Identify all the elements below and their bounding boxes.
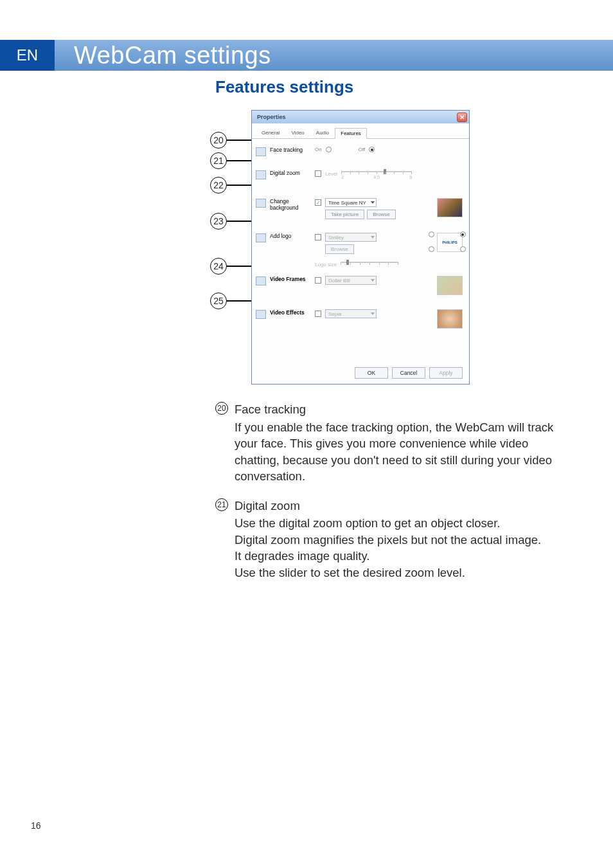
bg-preview-image (437, 198, 463, 217)
video-frames-label: Video Frames (270, 276, 315, 282)
off-label: Off (359, 147, 366, 152)
zoom-icon (256, 170, 266, 179)
ok-button[interactable]: OK (355, 367, 388, 379)
add-logo-label: Add logo (270, 233, 315, 239)
logo-icon (256, 233, 266, 242)
bg-select[interactable]: Time Square NY (325, 198, 377, 207)
close-icon[interactable]: ✕ (457, 113, 467, 122)
tabs: General Video Audio Features (252, 123, 469, 139)
logo-pos-left[interactable] (428, 231, 434, 252)
zoom-slider[interactable]: 24.58 (341, 170, 412, 177)
dialog-titlebar: Properties ✕ (252, 111, 469, 123)
change-background-label: Change background (270, 198, 315, 211)
zoom-checkbox[interactable] (315, 170, 321, 177)
frames-select[interactable]: Dollar Bill (325, 276, 377, 285)
language-badge: EN (0, 40, 55, 71)
effects-preview-image (437, 309, 463, 329)
bg-checkbox[interactable] (315, 199, 321, 206)
digital-zoom-text-2: Digital zoom magnifies the pixels but no… (235, 532, 574, 548)
face-tracking-heading: Face tracking (235, 401, 574, 418)
logo-size-label: Logo size (315, 262, 337, 267)
cancel-button[interactable]: Cancel (392, 367, 425, 379)
page-number: 16 (31, 820, 41, 831)
frames-checkbox[interactable] (315, 277, 321, 284)
digital-zoom-text-1: Use the digital zoom option to get an ob… (235, 515, 574, 532)
tab-audio[interactable]: Audio (310, 127, 335, 138)
video-effects-label: Video Effects (270, 309, 315, 316)
frames-icon (256, 276, 266, 285)
face-tracking-text: If you enable the face tracking option, … (235, 419, 574, 485)
tab-features[interactable]: Features (335, 128, 367, 139)
frames-preview-image (437, 276, 463, 295)
effects-checkbox[interactable] (315, 311, 321, 317)
tab-general[interactable]: General (256, 127, 285, 138)
bg-browse-button[interactable]: Browse (367, 210, 396, 219)
logo-checkbox[interactable] (315, 234, 321, 240)
on-label: On (315, 147, 322, 152)
logo-size-slider[interactable] (341, 260, 398, 268)
tab-video[interactable]: Video (285, 127, 310, 138)
logo-pos-right[interactable] (459, 231, 466, 252)
page-header: WebCam settings (55, 40, 613, 71)
callout-number-20: 20 (215, 401, 235, 485)
digital-zoom-label: Digital zoom (270, 170, 315, 176)
zoom-level-label: Level (325, 171, 337, 177)
background-icon (256, 199, 266, 208)
effects-icon (256, 310, 266, 319)
face-tracking-icon (256, 147, 266, 156)
face-on-radio[interactable] (326, 147, 332, 152)
logo-preview-image: PHILIPS (437, 233, 463, 252)
properties-dialog: Properties ✕ General Video Audio Feature… (251, 110, 470, 384)
logo-select[interactable]: Smiley (325, 233, 377, 242)
section-title: Features settings (215, 77, 574, 97)
digital-zoom-text-3: It degrades image quality. (235, 548, 574, 565)
face-off-radio[interactable] (369, 147, 375, 152)
take-picture-button[interactable]: Take picture (325, 210, 364, 219)
dialog-title: Properties (257, 114, 286, 120)
digital-zoom-text-4: Use the slider to set the desired zoom l… (235, 565, 574, 581)
digital-zoom-heading: Digital zoom (235, 498, 574, 514)
logo-browse-button[interactable]: Browse (325, 244, 354, 254)
apply-button[interactable]: Apply (429, 367, 463, 379)
face-tracking-label: Face tracking (270, 147, 315, 153)
effects-select[interactable]: Sepia (325, 309, 377, 318)
callout-number-21: 21 (215, 498, 235, 581)
